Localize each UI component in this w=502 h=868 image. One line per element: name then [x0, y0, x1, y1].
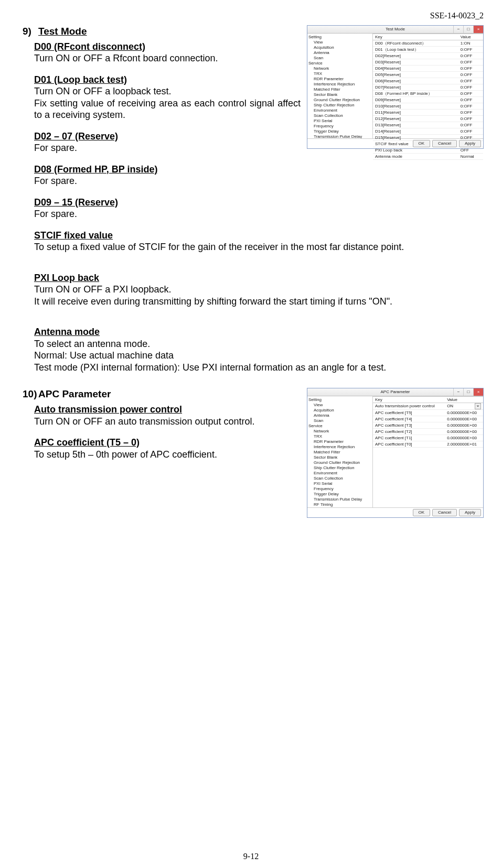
tree-item[interactable]: RDR Parameter	[308, 77, 371, 82]
cell-value[interactable]: 0:OFF	[458, 128, 483, 135]
maximize-icon[interactable]: □	[463, 26, 473, 33]
cell-value[interactable]: 0.0000000E+00	[445, 410, 483, 416]
tree-item[interactable]: Transmission Pulse Delay	[308, 497, 371, 502]
apply-button[interactable]: Apply	[459, 509, 481, 516]
tree-item[interactable]: RF Timing	[308, 502, 371, 507]
tree-item[interactable]: Acquisition	[308, 408, 371, 413]
tree-item[interactable]: PXI Serial	[308, 481, 371, 486]
table-row[interactable]: APC coefficient [T4]0.0000000E+00	[373, 416, 483, 422]
cell-value[interactable]: 0:OFF	[458, 72, 483, 78]
cell-value[interactable]: 1:ON	[458, 40, 483, 47]
tree-item[interactable]: Trigger Delay	[308, 129, 371, 134]
tree-item[interactable]: Ship Clutter Rejection	[308, 465, 371, 471]
table-row[interactable]: D01（Loop back test）0:OFF	[373, 47, 483, 53]
tree-item[interactable]: Setting	[308, 35, 371, 40]
table-row[interactable]: D07[Reserve]0:OFF	[373, 84, 483, 91]
cell-value[interactable]: 0:OFF	[458, 84, 483, 91]
tree-item[interactable]: Service	[308, 424, 371, 429]
tree-item[interactable]: PXI Serial	[308, 118, 371, 124]
cell-value[interactable]: 0.0000000E+00	[445, 422, 483, 429]
tree-item[interactable]: Interference Rejection	[308, 82, 371, 87]
window-titlebar[interactable]: Test Mode − □ ×	[307, 26, 483, 34]
maximize-icon[interactable]: □	[463, 388, 473, 396]
cell-value[interactable]: 0:OFF	[458, 59, 483, 66]
tree-item[interactable]: Environment	[308, 471, 371, 476]
table-row[interactable]: D09[Reserve]0:OFF	[373, 97, 483, 103]
cell-value[interactable]: 0:OFF	[458, 116, 483, 122]
table-row[interactable]: APC coefficient [T3]0.0000000E+00	[373, 422, 483, 429]
cell-value[interactable]: 0:OFF	[458, 110, 483, 116]
cell-value[interactable]: 0:OFF	[458, 122, 483, 128]
tree-item[interactable]: Scan Collection	[308, 476, 371, 481]
tree-item[interactable]: Service	[308, 61, 371, 66]
tree-item[interactable]: Matched Filter	[308, 450, 371, 455]
tree-item[interactable]: Transmission Pulse Delay	[308, 134, 371, 138]
table-row[interactable]: D03[Reserve]0:OFF	[373, 59, 483, 66]
table-row[interactable]: D05[Reserve]0:OFF	[373, 72, 483, 78]
cell-value[interactable]: 0.0000000E+00	[445, 416, 483, 422]
cell-value[interactable]: 0:OFF	[458, 53, 483, 59]
tree-item[interactable]: Antenna	[308, 413, 371, 418]
cell-value[interactable]: 0.0000000E+00	[445, 435, 483, 441]
ok-button[interactable]: OK	[413, 140, 431, 147]
cell-value[interactable]: OFF	[458, 147, 483, 154]
apply-button[interactable]: Apply	[459, 140, 481, 147]
cell-value[interactable]: 0:OFF	[458, 78, 483, 84]
cell-value[interactable]: 0:OFF	[458, 47, 483, 53]
tree-item[interactable]: Interference Rejection	[308, 444, 371, 450]
cancel-button[interactable]: Cancel	[432, 509, 457, 516]
table-row[interactable]: D14[Reserve]0:OFF	[373, 128, 483, 135]
cell-value[interactable]: 0:OFF	[458, 66, 483, 72]
cell-value[interactable]: ON	[445, 403, 483, 410]
table-row[interactable]: D12[Reserve]0:OFF	[373, 116, 483, 122]
window-titlebar[interactable]: APC Parameter − □ ×	[307, 388, 483, 396]
tree-item[interactable]: Ship Clutter Rejection	[308, 103, 371, 108]
tree-item[interactable]: Ground Clutter Rejection	[308, 97, 371, 103]
column-key[interactable]: Key	[373, 397, 445, 403]
table-row[interactable]: D08（Formed HP, BP inside）0:OFF	[373, 91, 483, 97]
table-row[interactable]: Auto transmission power controlON	[373, 403, 483, 410]
nav-tree[interactable]: SettingViewAcquisitionAntennaScanService…	[307, 396, 373, 507]
table-row[interactable]: APC coefficient [T0]2.0000000E+01	[373, 441, 483, 448]
cell-value[interactable]: Normal	[458, 154, 483, 160]
table-row[interactable]: D11[Reserve]0:OFF	[373, 110, 483, 116]
tree-item[interactable]: Antenna	[308, 50, 371, 56]
tree-item[interactable]: Sector Blank	[308, 455, 371, 460]
column-value[interactable]: Value	[445, 397, 483, 403]
ok-button[interactable]: OK	[413, 509, 431, 516]
tree-item[interactable]: Setting	[308, 397, 371, 403]
cancel-button[interactable]: Cancel	[432, 140, 457, 147]
cell-value[interactable]: 2.0000000E+01	[445, 441, 483, 448]
tree-item[interactable]: Scan	[308, 56, 371, 61]
table-row[interactable]: APC coefficient [T2]0.0000000E+00	[373, 429, 483, 435]
table-row[interactable]: D06[Reserve]0:OFF	[373, 78, 483, 84]
tree-item[interactable]: Ground Clutter Rejection	[308, 460, 371, 465]
close-icon[interactable]: ×	[473, 388, 483, 396]
tree-item[interactable]: Scan Collection	[308, 113, 371, 118]
nav-tree[interactable]: SettingViewAcquisitionAntennaScanService…	[307, 34, 373, 138]
dropdown-icon[interactable]	[475, 403, 481, 409]
tree-item[interactable]: Matched Filter	[308, 87, 371, 92]
cell-value[interactable]: 0:OFF	[458, 103, 483, 110]
tree-item[interactable]: TRX	[308, 434, 371, 439]
tree-item[interactable]: Environment	[308, 108, 371, 113]
tree-item[interactable]: Frequency	[308, 124, 371, 129]
table-row[interactable]: PXI Loop backOFF	[373, 147, 483, 154]
table-row[interactable]: D10[Reserve]0:OFF	[373, 103, 483, 110]
close-icon[interactable]: ×	[473, 26, 483, 33]
tree-item[interactable]: Network	[308, 66, 371, 71]
minimize-icon[interactable]: −	[453, 26, 463, 33]
table-row[interactable]: Antenna modeNormal	[373, 154, 483, 160]
column-value[interactable]: Value	[458, 34, 483, 40]
table-row[interactable]: APC coefficient [T5]0.0000000E+00	[373, 410, 483, 416]
tree-item[interactable]: TRX	[308, 71, 371, 77]
tree-item[interactable]: Scan	[308, 418, 371, 424]
table-row[interactable]: D02[Reserve]0:OFF	[373, 53, 483, 59]
tree-item[interactable]: Acquisition	[308, 45, 371, 50]
tree-item[interactable]: Network	[308, 429, 371, 434]
tree-item[interactable]: Trigger Delay	[308, 492, 371, 497]
table-row[interactable]: APC coefficient [T1]0.0000000E+00	[373, 435, 483, 441]
table-row[interactable]: D13[Reserve]0:OFF	[373, 122, 483, 128]
column-key[interactable]: Key	[373, 34, 458, 40]
table-row[interactable]: D04[Reserve]0:OFF	[373, 66, 483, 72]
